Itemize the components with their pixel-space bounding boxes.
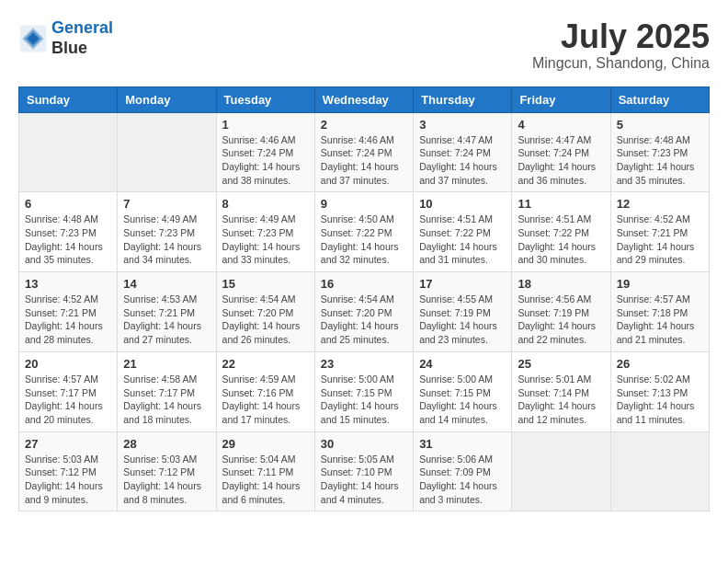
day-info: Sunrise: 4:46 AMSunset: 7:24 PMDaylight:… bbox=[321, 133, 407, 188]
day-number: 19 bbox=[617, 277, 703, 291]
day-number: 22 bbox=[222, 357, 309, 371]
calendar-cell: 10Sunrise: 4:51 AMSunset: 7:22 PMDayligh… bbox=[414, 192, 512, 272]
calendar-cell: 2Sunrise: 4:46 AMSunset: 7:24 PMDaylight… bbox=[314, 112, 413, 192]
day-info: Sunrise: 5:00 AMSunset: 7:15 PMDaylight:… bbox=[321, 373, 407, 427]
logo: General Blue bbox=[18, 18, 113, 58]
day-number: 8 bbox=[222, 197, 309, 211]
calendar-cell: 1Sunrise: 4:46 AMSunset: 7:24 PMDaylight… bbox=[216, 112, 314, 192]
page-header: General Blue July 2025 Mingcun, Shandong… bbox=[18, 18, 710, 72]
day-number: 24 bbox=[419, 357, 506, 371]
header-friday: Friday bbox=[512, 86, 610, 112]
day-info: Sunrise: 4:57 AMSunset: 7:17 PMDaylight:… bbox=[25, 373, 111, 427]
day-info: Sunrise: 4:56 AMSunset: 7:19 PMDaylight:… bbox=[518, 293, 604, 347]
day-number: 11 bbox=[518, 197, 604, 211]
calendar-cell: 20Sunrise: 4:57 AMSunset: 7:17 PMDayligh… bbox=[19, 351, 118, 431]
calendar-cell: 19Sunrise: 4:57 AMSunset: 7:18 PMDayligh… bbox=[610, 272, 709, 352]
calendar-cell: 21Sunrise: 4:58 AMSunset: 7:17 PMDayligh… bbox=[118, 351, 216, 431]
day-info: Sunrise: 4:49 AMSunset: 7:23 PMDaylight:… bbox=[222, 213, 309, 267]
day-number: 2 bbox=[321, 118, 407, 132]
calendar-cell: 25Sunrise: 5:01 AMSunset: 7:14 PMDayligh… bbox=[512, 351, 610, 431]
calendar-cell: 23Sunrise: 5:00 AMSunset: 7:15 PMDayligh… bbox=[314, 351, 413, 431]
day-number: 4 bbox=[518, 118, 604, 132]
location-subtitle: Mingcun, Shandong, China bbox=[532, 55, 710, 72]
day-info: Sunrise: 4:47 AMSunset: 7:24 PMDaylight:… bbox=[518, 133, 604, 188]
day-info: Sunrise: 4:48 AMSunset: 7:23 PMDaylight:… bbox=[25, 213, 111, 267]
calendar-cell: 22Sunrise: 4:59 AMSunset: 7:16 PMDayligh… bbox=[216, 351, 314, 431]
logo-line2: Blue bbox=[51, 39, 113, 59]
day-number: 9 bbox=[321, 197, 407, 211]
day-info: Sunrise: 4:54 AMSunset: 7:20 PMDaylight:… bbox=[321, 293, 407, 347]
day-number: 18 bbox=[518, 277, 604, 291]
day-info: Sunrise: 5:00 AMSunset: 7:15 PMDaylight:… bbox=[419, 373, 506, 427]
day-info: Sunrise: 4:51 AMSunset: 7:22 PMDaylight:… bbox=[518, 213, 604, 267]
day-number: 25 bbox=[518, 357, 604, 371]
calendar-cell: 7Sunrise: 4:49 AMSunset: 7:23 PMDaylight… bbox=[118, 192, 216, 272]
calendar-cell: 3Sunrise: 4:47 AMSunset: 7:24 PMDaylight… bbox=[414, 112, 512, 192]
day-info: Sunrise: 5:06 AMSunset: 7:09 PMDaylight:… bbox=[419, 453, 506, 507]
day-info: Sunrise: 4:51 AMSunset: 7:22 PMDaylight:… bbox=[419, 213, 506, 267]
calendar-cell: 11Sunrise: 4:51 AMSunset: 7:22 PMDayligh… bbox=[512, 192, 610, 272]
day-number: 6 bbox=[25, 197, 111, 211]
day-info: Sunrise: 5:03 AMSunset: 7:12 PMDaylight:… bbox=[25, 453, 111, 507]
day-number: 15 bbox=[222, 277, 309, 291]
day-number: 27 bbox=[25, 437, 111, 451]
calendar-cell: 8Sunrise: 4:49 AMSunset: 7:23 PMDaylight… bbox=[216, 192, 314, 272]
day-number: 16 bbox=[321, 277, 407, 291]
header-tuesday: Tuesday bbox=[216, 86, 314, 112]
day-info: Sunrise: 5:02 AMSunset: 7:13 PMDaylight:… bbox=[617, 373, 703, 427]
calendar-cell: 18Sunrise: 4:56 AMSunset: 7:19 PMDayligh… bbox=[512, 272, 610, 352]
calendar-week-4: 20Sunrise: 4:57 AMSunset: 7:17 PMDayligh… bbox=[19, 351, 710, 431]
day-info: Sunrise: 4:50 AMSunset: 7:22 PMDaylight:… bbox=[321, 213, 407, 267]
calendar-cell bbox=[118, 112, 216, 192]
day-info: Sunrise: 4:52 AMSunset: 7:21 PMDaylight:… bbox=[25, 293, 111, 347]
day-info: Sunrise: 4:47 AMSunset: 7:24 PMDaylight:… bbox=[419, 133, 506, 188]
day-number: 1 bbox=[222, 118, 309, 132]
day-number: 5 bbox=[617, 118, 703, 132]
day-number: 17 bbox=[419, 277, 506, 291]
calendar-cell: 30Sunrise: 5:05 AMSunset: 7:10 PMDayligh… bbox=[314, 431, 413, 511]
calendar-cell: 29Sunrise: 5:04 AMSunset: 7:11 PMDayligh… bbox=[216, 431, 314, 511]
day-number: 31 bbox=[419, 437, 506, 451]
day-info: Sunrise: 5:01 AMSunset: 7:14 PMDaylight:… bbox=[518, 373, 604, 427]
calendar-cell bbox=[19, 112, 118, 192]
logo-text: General Blue bbox=[51, 18, 113, 58]
day-number: 28 bbox=[123, 437, 210, 451]
day-info: Sunrise: 4:55 AMSunset: 7:19 PMDaylight:… bbox=[419, 293, 506, 347]
day-info: Sunrise: 4:52 AMSunset: 7:21 PMDaylight:… bbox=[617, 213, 703, 267]
day-info: Sunrise: 5:04 AMSunset: 7:11 PMDaylight:… bbox=[222, 453, 309, 507]
day-number: 23 bbox=[321, 357, 407, 371]
calendar-cell: 5Sunrise: 4:48 AMSunset: 7:23 PMDaylight… bbox=[610, 112, 709, 192]
calendar-cell: 24Sunrise: 5:00 AMSunset: 7:15 PMDayligh… bbox=[414, 351, 512, 431]
header-wednesday: Wednesday bbox=[314, 86, 413, 112]
day-info: Sunrise: 4:58 AMSunset: 7:17 PMDaylight:… bbox=[123, 373, 210, 427]
day-info: Sunrise: 5:05 AMSunset: 7:10 PMDaylight:… bbox=[321, 453, 407, 507]
day-info: Sunrise: 4:49 AMSunset: 7:23 PMDaylight:… bbox=[123, 213, 210, 267]
calendar-cell bbox=[512, 431, 610, 511]
day-number: 3 bbox=[419, 118, 506, 132]
calendar-cell: 17Sunrise: 4:55 AMSunset: 7:19 PMDayligh… bbox=[414, 272, 512, 352]
calendar-cell: 15Sunrise: 4:54 AMSunset: 7:20 PMDayligh… bbox=[216, 272, 314, 352]
day-info: Sunrise: 4:57 AMSunset: 7:18 PMDaylight:… bbox=[617, 293, 703, 347]
calendar-table: SundayMondayTuesdayWednesdayThursdayFrid… bbox=[18, 86, 710, 512]
calendar-cell: 9Sunrise: 4:50 AMSunset: 7:22 PMDaylight… bbox=[314, 192, 413, 272]
day-number: 30 bbox=[321, 437, 407, 451]
day-number: 21 bbox=[123, 357, 210, 371]
day-number: 10 bbox=[419, 197, 506, 211]
day-info: Sunrise: 4:54 AMSunset: 7:20 PMDaylight:… bbox=[222, 293, 309, 347]
day-number: 26 bbox=[617, 357, 703, 371]
calendar-cell: 12Sunrise: 4:52 AMSunset: 7:21 PMDayligh… bbox=[610, 192, 709, 272]
calendar-cell bbox=[610, 431, 709, 511]
calendar-cell: 26Sunrise: 5:02 AMSunset: 7:13 PMDayligh… bbox=[610, 351, 709, 431]
calendar-header-row: SundayMondayTuesdayWednesdayThursdayFrid… bbox=[19, 86, 710, 112]
day-info: Sunrise: 4:53 AMSunset: 7:21 PMDaylight:… bbox=[123, 293, 210, 347]
title-block: July 2025 Mingcun, Shandong, China bbox=[532, 18, 710, 72]
header-sunday: Sunday bbox=[19, 86, 118, 112]
day-info: Sunrise: 4:46 AMSunset: 7:24 PMDaylight:… bbox=[222, 133, 309, 188]
header-thursday: Thursday bbox=[414, 86, 512, 112]
calendar-week-2: 6Sunrise: 4:48 AMSunset: 7:23 PMDaylight… bbox=[19, 192, 710, 272]
calendar-cell: 16Sunrise: 4:54 AMSunset: 7:20 PMDayligh… bbox=[314, 272, 413, 352]
calendar-week-3: 13Sunrise: 4:52 AMSunset: 7:21 PMDayligh… bbox=[19, 272, 710, 352]
month-title: July 2025 bbox=[532, 18, 710, 55]
day-info: Sunrise: 4:59 AMSunset: 7:16 PMDaylight:… bbox=[222, 373, 309, 427]
day-info: Sunrise: 5:03 AMSunset: 7:12 PMDaylight:… bbox=[123, 453, 210, 507]
